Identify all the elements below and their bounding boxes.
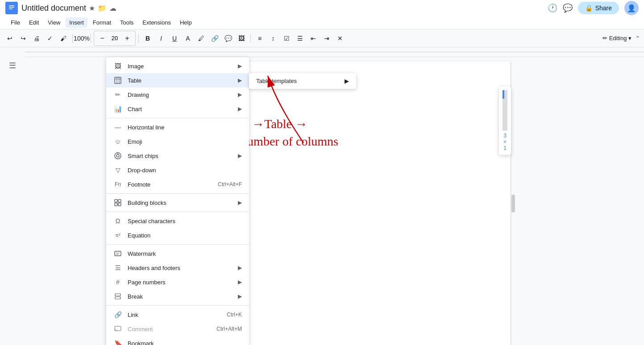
table-arrow: ▶ [238, 77, 242, 83]
hline-label: Horizontal line [128, 124, 242, 131]
chart-menu-icon: 📊 [113, 104, 122, 113]
editing-mode[interactable]: ✏ Editing ▾ [602, 35, 632, 42]
align-button[interactable]: ≡ [253, 32, 266, 45]
underline-button[interactable]: U [168, 32, 181, 45]
indent-button[interactable]: ⇥ [320, 32, 333, 45]
table-templates-label: Table templates [256, 78, 345, 84]
chart-label: Chart [128, 106, 236, 112]
bold-button[interactable]: B [141, 32, 154, 45]
link-menu-icon: 🔗 [113, 310, 122, 319]
emoji-icon: ☺ [113, 137, 122, 146]
redo-button[interactable]: ↪ [17, 32, 29, 45]
menu-entry-break[interactable]: Break ▶ [106, 289, 249, 303]
history-icon[interactable]: 🕐 [548, 3, 557, 13]
menu-bar: File Edit View Insert Format Tools Exten… [0, 16, 644, 29]
bookmark-label: Bookmark [128, 340, 242, 345]
menu-entry-smart-chips[interactable]: Smart chips ▶ [106, 149, 249, 163]
paint-format-button[interactable]: 🖌 [57, 32, 70, 45]
menu-entry-dropdown[interactable]: ▽ Drop-down [106, 163, 249, 177]
menu-view[interactable]: View [44, 17, 64, 28]
grid-picker[interactable]: 3 × 1 [499, 87, 511, 155]
menu-entry-emoji[interactable]: ☺ Emoji [106, 134, 249, 149]
dropdown-icon: ▽ [113, 166, 122, 175]
grid-cell[interactable] [507, 123, 507, 131]
table-templates-entry[interactable]: Table templates ▶ [249, 75, 356, 87]
svg-rect-1 [9, 5, 14, 6]
grid-cell[interactable] [507, 99, 507, 107]
menu-entry-image[interactable]: 🖼 Image ▶ [106, 59, 249, 73]
menu-entry-page-numbers[interactable]: # Page numbers ▶ [106, 275, 249, 289]
font-color-button[interactable]: A [182, 32, 194, 45]
toolbar-separator-2 [91, 34, 91, 43]
list-button[interactable]: ☰ [294, 32, 306, 45]
grid-cell[interactable] [507, 91, 507, 99]
spellcheck-button[interactable]: ✓ [44, 32, 56, 45]
zoom-button[interactable]: 100% [75, 32, 88, 45]
menu-help[interactable]: Help [176, 17, 195, 28]
main-layout: ☰ Go to Insert →Table → Select the numbe… [0, 57, 644, 345]
menu-entry-watermark[interactable]: Watermark [106, 246, 249, 261]
table-templates-arrow: ▶ [345, 78, 349, 84]
line-spacing-button[interactable]: ↕ [267, 32, 279, 45]
font-size-value[interactable]: 20 [109, 35, 120, 42]
grid-label: 3 × 1 [503, 133, 507, 151]
comment-button[interactable]: 💬 [222, 32, 234, 45]
outline-icon[interactable]: ☰ [9, 61, 16, 71]
menu-format[interactable]: Format [89, 17, 115, 28]
print-button[interactable]: 🖨 [30, 32, 43, 45]
cloud-icon[interactable]: ☁ [109, 4, 116, 12]
checklist-button[interactable]: ☑ [280, 32, 293, 45]
comment-menu-icon [113, 324, 122, 333]
undo-button[interactable]: ↩ [4, 32, 16, 45]
menu-tools[interactable]: Tools [116, 17, 137, 28]
menu-entry-table[interactable]: Table ▶ Table templates ▶ 3 × 1 [106, 73, 249, 87]
top-bar: Untitled document ★ 📁 ☁ 🕐 💬 🔒 Share 👤 [0, 0, 644, 16]
font-size-decrease[interactable]: − [96, 32, 108, 45]
toolbar-separator-3 [138, 34, 139, 43]
menu-entry-special-chars[interactable]: Ω Special characters [106, 214, 249, 228]
footnote-icon: Fn [113, 180, 122, 189]
smart-chips-label: Smart chips [128, 153, 236, 159]
link-button[interactable]: 🔗 [208, 32, 221, 45]
svg-rect-13 [115, 203, 117, 206]
watermark-icon [113, 249, 122, 258]
break-icon [113, 292, 122, 301]
menu-extensions[interactable]: Extensions [139, 17, 175, 28]
share-button[interactable]: 🔒 Share [578, 2, 619, 14]
italic-button[interactable]: I [155, 32, 167, 45]
equation-icon: π² [113, 231, 122, 240]
menu-entry-hline[interactable]: — Horizontal line [106, 120, 249, 134]
highlight-button[interactable]: 🖊 [195, 32, 208, 45]
grid-cell[interactable] [507, 107, 507, 115]
menu-entry-bookmark[interactable]: 🔖 Bookmark [106, 336, 249, 345]
grid-table [503, 90, 507, 131]
menu-insert[interactable]: Insert [66, 17, 87, 28]
menu-entry-equation[interactable]: π² Equation [106, 228, 249, 242]
doc-title[interactable]: Untitled document [21, 4, 86, 13]
special-chars-icon: Ω [113, 216, 122, 225]
image-button[interactable]: 🖼 [235, 32, 248, 45]
page-numbers-label: Page numbers [128, 279, 236, 286]
ruler-line [25, 52, 644, 52]
menu-entry-building-blocks[interactable]: Building blocks ▶ [106, 195, 249, 210]
dropdown-label: Drop-down [128, 167, 242, 174]
comments-icon[interactable]: 💬 [563, 3, 573, 13]
folder-icon[interactable]: 📁 [98, 4, 107, 12]
menu-entry-footnote[interactable]: Fn Footnote Ctrl+Alt+F [106, 177, 249, 191]
font-size-increase[interactable]: + [121, 32, 133, 45]
expand-icon[interactable]: ⌃ [635, 35, 640, 42]
outdent-button[interactable]: ⇤ [307, 32, 320, 45]
grid-cell[interactable] [507, 115, 507, 123]
star-icon[interactable]: ★ [89, 4, 95, 12]
menu-entry-drawing[interactable]: ✏ Drawing ▶ [106, 87, 249, 102]
menu-edit[interactable]: Edit [25, 17, 42, 28]
right-handle[interactable] [511, 195, 515, 212]
menu-entry-link[interactable]: 🔗 Link Ctrl+K [106, 308, 249, 322]
ruler [25, 47, 644, 57]
menu-entry-chart[interactable]: 📊 Chart ▶ [106, 102, 249, 116]
avatar[interactable]: 👤 [624, 1, 639, 15]
link-shortcut: Ctrl+K [227, 312, 242, 318]
menu-entry-headers-footers[interactable]: ☰ Headers and footers ▶ [106, 261, 249, 275]
menu-file[interactable]: File [7, 17, 24, 28]
clear-format-button[interactable]: ✕ [334, 32, 346, 45]
